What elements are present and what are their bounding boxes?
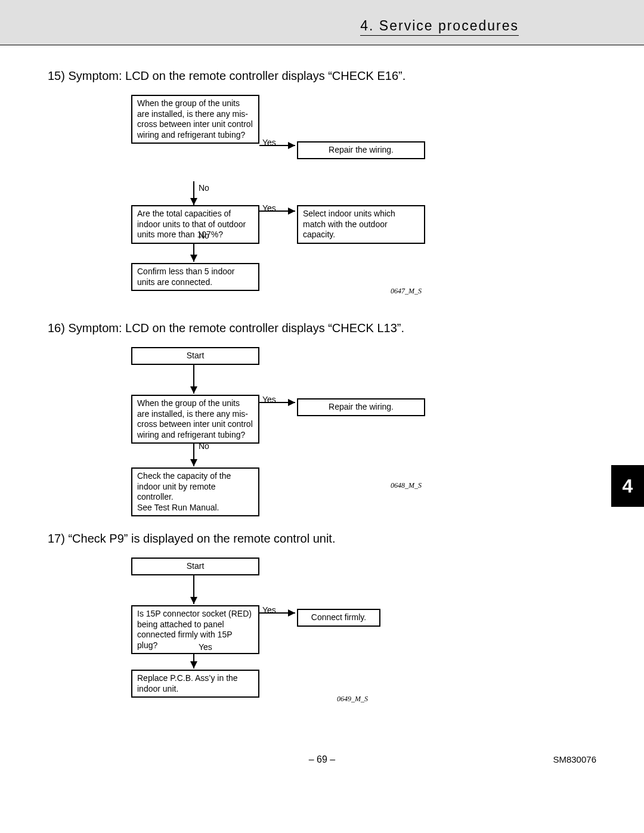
header-bar: 4. Service procedures bbox=[0, 0, 644, 45]
fc15-a1: Repair the wiring. bbox=[297, 141, 425, 159]
fc16-a1: Repair the wiring. bbox=[297, 398, 425, 416]
fc16-code: 0648_M_S bbox=[391, 481, 422, 490]
section-17-heading: 17) “Check P9” is displayed on the remot… bbox=[48, 532, 596, 546]
section-16-heading: 16) Symptom: LCD on the remote controlle… bbox=[48, 321, 596, 335]
fc15-end: Confirm less than 5 indoor units are con… bbox=[131, 263, 259, 291]
section-15-heading: 15) Symptom: LCD on the remote controlle… bbox=[48, 69, 596, 83]
fc15-q1-yes: Yes bbox=[262, 138, 276, 147]
fc17-q1-yes: Yes bbox=[262, 605, 276, 615]
fc15-q2-yes: Yes bbox=[262, 203, 276, 213]
fc15-q1-no: No bbox=[199, 183, 209, 193]
doc-code: SM830076 bbox=[553, 754, 596, 764]
fc16-start: Start bbox=[131, 347, 259, 365]
footer: – 69 – SM830076 bbox=[0, 754, 644, 765]
side-chapter-tab: 4 bbox=[611, 465, 644, 507]
fc17-q1: Is 15P connector socket (RED) being atta… bbox=[131, 605, 259, 654]
fc17-code: 0649_M_S bbox=[337, 695, 368, 704]
header-title: 4. Service procedures bbox=[360, 18, 519, 36]
page-number: – 69 – bbox=[0, 754, 644, 765]
fc16-q1-yes: Yes bbox=[262, 395, 276, 404]
fc17-end: Replace P.C.B. Ass’y in the indoor unit. bbox=[131, 670, 259, 698]
content: 15) Symptom: LCD on the remote controlle… bbox=[0, 45, 644, 748]
fc16-q1-no: No bbox=[199, 441, 209, 451]
fc15-code: 0647_M_S bbox=[391, 287, 422, 296]
fc15-q2-no: No bbox=[199, 231, 209, 240]
fc15-q2: Are the total capacities of indoor units… bbox=[131, 205, 259, 244]
fc17-a1: Connect firmly. bbox=[297, 609, 380, 627]
fc16-q1: When the group of the units are installe… bbox=[131, 395, 259, 444]
fc16-end: Check the capacity of the indoor unit by… bbox=[131, 467, 259, 516]
flowchart-17: Start Is 15P connector socket (RED) bein… bbox=[131, 558, 596, 713]
fc15-q1: When the group of the units are installe… bbox=[131, 95, 259, 144]
flowchart-16: Start When the group of the units are in… bbox=[131, 347, 596, 520]
fc17-below-yes: Yes bbox=[199, 642, 212, 652]
fc17-start: Start bbox=[131, 558, 259, 575]
fc15-a2: Select indoor units which match with the… bbox=[297, 205, 425, 244]
flowchart-15: Start When the group of the units are in… bbox=[131, 95, 596, 309]
